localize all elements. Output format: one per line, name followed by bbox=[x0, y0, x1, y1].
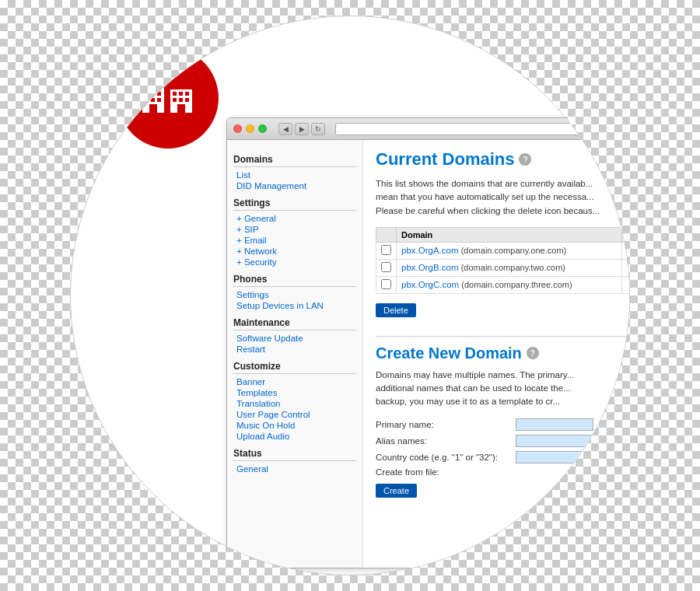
create-domain-help-icon[interactable]: ? bbox=[527, 347, 539, 359]
label-create-from-file: Create from file: bbox=[376, 467, 516, 477]
logo-icon bbox=[141, 75, 195, 121]
sidebar-link-email[interactable]: + Email bbox=[233, 235, 356, 246]
sidebar: Domains List DID Management Settings + G… bbox=[227, 140, 363, 568]
sidebar-link-setup-devices[interactable]: Setup Devices in LAN bbox=[233, 300, 356, 311]
row1-checkbox[interactable] bbox=[381, 245, 391, 255]
svg-rect-7 bbox=[145, 98, 149, 102]
svg-rect-16 bbox=[179, 98, 183, 102]
sidebar-link-user-page-control[interactable]: User Page Control bbox=[233, 409, 356, 420]
domains-table: Domain Us pbx.OrgA.com (domain.company.o… bbox=[376, 227, 630, 294]
domain-text-orgc: (domain.company.three.com) bbox=[461, 280, 572, 289]
svg-rect-12 bbox=[173, 92, 177, 96]
logo-circle bbox=[117, 47, 219, 149]
form-row-alias-names: Alias names: bbox=[376, 435, 630, 447]
sidebar-section-settings: Settings bbox=[233, 198, 356, 211]
current-domains-help-icon[interactable]: ? bbox=[519, 153, 531, 166]
sidebar-link-did[interactable]: DID Management bbox=[233, 180, 356, 191]
close-button[interactable] bbox=[233, 124, 242, 133]
sidebar-link-banner[interactable]: Banner bbox=[233, 376, 356, 387]
main-content: Current Domains ? This list shows the do… bbox=[363, 140, 630, 568]
create-domain-description: Domains may have multiple names. The pri… bbox=[376, 369, 630, 409]
back-button[interactable]: ◀ bbox=[278, 123, 292, 135]
sidebar-link-music-on-hold[interactable]: Music On Hold bbox=[233, 420, 356, 431]
svg-rect-2 bbox=[151, 86, 155, 89]
svg-rect-10 bbox=[149, 104, 157, 113]
svg-rect-6 bbox=[157, 92, 161, 96]
sidebar-link-list[interactable]: List bbox=[233, 170, 356, 180]
delete-button[interactable]: Delete bbox=[376, 303, 416, 317]
form-row-create-from-file: Create from file: bbox=[376, 467, 630, 477]
col-domain: Domain bbox=[397, 227, 622, 242]
row2-checkbox[interactable] bbox=[381, 262, 391, 272]
minimize-button[interactable] bbox=[246, 124, 254, 133]
section-divider bbox=[376, 336, 630, 337]
domain-link-orga[interactable]: pbx.OrgA.com bbox=[401, 246, 459, 255]
sidebar-link-translation[interactable]: Translation bbox=[233, 398, 356, 409]
svg-rect-15 bbox=[173, 98, 177, 102]
row3-checkbox[interactable] bbox=[381, 279, 391, 289]
domain-link-orgc[interactable]: pbx.OrgC.com bbox=[401, 280, 459, 289]
label-primary-name: Primary name: bbox=[376, 420, 516, 429]
col-us: Us bbox=[622, 227, 630, 242]
col-checkbox bbox=[376, 227, 397, 242]
sidebar-section-maintenance: Maintenance bbox=[233, 317, 356, 330]
svg-rect-3 bbox=[157, 86, 161, 89]
sidebar-link-security[interactable]: + Security bbox=[233, 257, 356, 268]
svg-rect-5 bbox=[151, 92, 155, 96]
svg-rect-1 bbox=[145, 86, 149, 89]
table-row: pbx.OrgC.com (domain.company.three.com) bbox=[376, 276, 631, 293]
address-bar[interactable] bbox=[335, 123, 630, 135]
input-primary-name[interactable] bbox=[516, 418, 593, 431]
table-row: pbx.OrgB.com (domain.company.two.com) bbox=[376, 259, 631, 276]
refresh-button[interactable]: ↻ bbox=[311, 123, 325, 135]
svg-rect-9 bbox=[157, 98, 161, 102]
sidebar-link-upload-audio[interactable]: Upload Audio bbox=[233, 431, 356, 442]
outer-circle: ◀ ▶ ↻ Domains List DID Management Settin… bbox=[70, 16, 630, 575]
browser-titlebar: ◀ ▶ ↻ bbox=[227, 118, 630, 140]
svg-rect-4 bbox=[145, 92, 149, 96]
svg-rect-14 bbox=[185, 92, 189, 96]
sidebar-link-phones-settings[interactable]: Settings bbox=[233, 289, 356, 300]
svg-rect-13 bbox=[179, 92, 183, 96]
sidebar-link-restart[interactable]: Restart bbox=[233, 344, 356, 355]
svg-rect-17 bbox=[185, 98, 189, 102]
sidebar-link-general[interactable]: + General bbox=[233, 213, 356, 224]
input-country-code[interactable] bbox=[516, 451, 593, 463]
sidebar-section-customize: Customize bbox=[233, 361, 356, 374]
current-domains-description: This list shows the domains that are cur… bbox=[376, 177, 630, 218]
label-country-code: Country code (e.g. "1" or "32"): bbox=[376, 453, 516, 462]
browser-window: ◀ ▶ ↻ Domains List DID Management Settin… bbox=[226, 117, 630, 568]
sidebar-link-software-update[interactable]: Software Update bbox=[233, 333, 356, 344]
forward-button[interactable]: ▶ bbox=[295, 123, 309, 135]
current-domains-title: Current Domains ? bbox=[376, 149, 630, 170]
sidebar-section-status: Status bbox=[233, 448, 356, 461]
input-alias-names[interactable] bbox=[516, 435, 593, 447]
svg-rect-18 bbox=[177, 104, 185, 113]
maximize-button[interactable] bbox=[258, 124, 267, 133]
sidebar-link-templates[interactable]: Templates bbox=[233, 387, 356, 398]
domain-text-orgb: (domain.company.two.com) bbox=[461, 263, 565, 272]
browser-content: Domains List DID Management Settings + G… bbox=[227, 140, 630, 568]
create-domain-title: Create New Domain ? bbox=[376, 344, 630, 362]
label-alias-names: Alias names: bbox=[376, 436, 516, 446]
create-button[interactable]: Create bbox=[376, 484, 417, 498]
table-row: pbx.OrgA.com (domain.company.one.com) bbox=[376, 242, 631, 259]
domain-text-orga: (domain.company.one.com) bbox=[461, 246, 567, 255]
domain-link-orgb[interactable]: pbx.OrgB.com bbox=[401, 263, 459, 272]
sidebar-link-status-general[interactable]: General bbox=[233, 463, 356, 474]
sidebar-link-sip[interactable]: + SIP bbox=[233, 224, 356, 235]
svg-rect-8 bbox=[151, 98, 155, 102]
form-row-primary-name: Primary name: bbox=[376, 418, 630, 431]
form-row-country-code: Country code (e.g. "1" or "32"): bbox=[376, 451, 630, 463]
sidebar-section-domains: Domains bbox=[233, 154, 356, 167]
sidebar-link-network[interactable]: + Network bbox=[233, 246, 356, 257]
sidebar-section-phones: Phones bbox=[233, 274, 356, 287]
browser-nav: ◀ ▶ ↻ bbox=[278, 123, 325, 135]
